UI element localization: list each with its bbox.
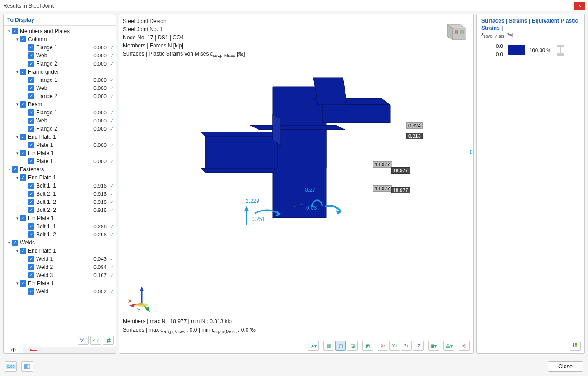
checkbox[interactable]: ✓ (28, 142, 34, 148)
checkbox[interactable]: ✓ (28, 77, 34, 83)
checkbox[interactable]: ✓ (12, 28, 18, 34)
close-button[interactable]: Close (548, 361, 583, 372)
checkbox[interactable]: ✓ (20, 248, 26, 254)
vt-view-x-button[interactable]: X↕ (378, 341, 388, 351)
bottom-icon-1[interactable]: 0.00 (5, 361, 17, 372)
vt-print-dropdown[interactable]: 🖶▾ (443, 341, 454, 351)
checkbox[interactable]: ✓ (28, 44, 34, 51)
tree-row[interactable]: ▸✓Plate 10.000✓ (5, 141, 115, 149)
checkbox[interactable]: ✓ (20, 215, 26, 221)
checkbox[interactable]: ✓ (20, 36, 26, 42)
tree-row[interactable]: ▸✓Flange 20.000✓ (5, 60, 115, 68)
caret-icon[interactable]: ▾ (6, 167, 12, 172)
vt-iso-button[interactable]: ◩ (362, 341, 373, 351)
checkbox[interactable]: ✓ (28, 207, 34, 213)
checkbox[interactable]: ✓ (28, 85, 34, 91)
tree-row[interactable]: ▸✓Flange 10.000✓ (5, 108, 115, 117)
vt-view2-button[interactable]: ◪ (347, 341, 358, 351)
checkbox[interactable]: ✓ (28, 199, 34, 205)
tree-row[interactable]: ▾✓End Plate 1 (5, 247, 115, 255)
checkbox[interactable]: ✓ (20, 134, 26, 140)
checkbox[interactable]: ✓ (28, 126, 34, 132)
checkbox[interactable]: ✓ (28, 231, 34, 238)
tree-row[interactable]: ▸✓Plate 10.000✓ (5, 157, 115, 165)
tree-row[interactable]: ▸✓Flange 20.000✓ (5, 92, 115, 100)
tree-row[interactable]: ▾✓Welds (5, 239, 115, 247)
tree-row[interactable]: ▸✓Flange 10.000✓ (5, 76, 115, 84)
tree-row[interactable]: ▾✓End Plate 1 (5, 133, 115, 141)
tree-row[interactable]: ▸✓Bolt 1, 20.916✓ (5, 198, 115, 206)
tree-row[interactable]: ▸✓Bolt 1, 20.296✓ (5, 230, 115, 239)
caret-icon[interactable]: ▾ (14, 175, 20, 180)
checkbox[interactable]: ✓ (28, 288, 34, 295)
caret-icon[interactable]: ▾ (14, 281, 20, 286)
tree-row[interactable]: ▾✓Members and Plates (5, 27, 115, 35)
orientation-cube[interactable] (442, 20, 467, 41)
checkbox[interactable]: ✓ (12, 240, 18, 246)
checkbox[interactable]: ✓ (28, 118, 34, 124)
tree-row[interactable]: ▾✓Column (5, 35, 115, 43)
vt-cube-dropdown[interactable]: ▣▾ (428, 341, 439, 351)
tree-row[interactable]: ▾✓Fin Plate 1 (5, 279, 115, 287)
tree-uncheck-all-button[interactable]: ⇄ (103, 336, 114, 345)
caret-icon[interactable]: ▾ (14, 135, 20, 139)
tree-row[interactable]: ▾✓Beam (5, 100, 115, 108)
caret-icon[interactable]: ▾ (14, 70, 20, 74)
tree-row[interactable]: ▾✓Fasteners (5, 165, 115, 174)
tree-row[interactable]: ▸✓Web0.000✓ (5, 84, 115, 92)
checkbox[interactable]: ✓ (28, 158, 34, 164)
vt-view-z-button[interactable]: Z↕ (401, 341, 412, 351)
viewport-3d[interactable]: Steel Joint Design Steel Joint No. 1 Nod… (119, 14, 473, 353)
tree-row[interactable]: ▸✓Bolt 1, 10.916✓ (5, 182, 115, 190)
caret-icon[interactable]: ▾ (14, 37, 20, 42)
tree-row[interactable]: ▸✓Web0.000✓ (5, 117, 115, 125)
vt-view1-button[interactable]: ◫ (335, 341, 346, 351)
tree-row[interactable]: ▸✓Web0.000✓ (5, 52, 115, 60)
vt-grid-button[interactable]: ▦ (323, 341, 334, 351)
checkbox[interactable]: ✓ (28, 264, 34, 270)
tab-section[interactable] (23, 347, 43, 353)
checkbox[interactable]: ✓ (12, 166, 18, 173)
bottom-icon-2[interactable] (21, 361, 33, 372)
checkbox[interactable]: ✓ (28, 93, 34, 99)
checkbox[interactable]: ✓ (28, 191, 34, 197)
caret-icon[interactable]: ▾ (6, 29, 12, 33)
vt-arrow-dropdown[interactable]: ➤▾ (308, 341, 319, 351)
checkbox[interactable]: ✓ (20, 280, 26, 287)
tree-row[interactable]: ▾✓Fin Plate 1 (5, 214, 115, 222)
tree-row[interactable]: ▾✓Fin Plate 1 (5, 149, 115, 157)
vt-view-y-button[interactable]: Y↕ (389, 341, 400, 351)
vt-view-nz-button[interactable]: -Z (413, 341, 424, 351)
caret-icon[interactable]: ▾ (14, 216, 20, 221)
vt-reset-button[interactable]: ⟲ (459, 341, 470, 351)
results-tree[interactable]: ▾✓Members and Plates▾✓Column▸✓Flange 10.… (4, 26, 116, 334)
window-close-button[interactable]: ✕ (574, 2, 585, 10)
checkbox[interactable]: ✓ (28, 183, 34, 189)
tree-row[interactable]: ▸✓Weld 30.167✓ (5, 271, 115, 279)
checkbox[interactable]: ✓ (28, 61, 34, 67)
checkbox[interactable]: ✓ (20, 101, 26, 108)
checkbox[interactable]: ✓ (28, 109, 34, 116)
checkbox[interactable]: ✓ (20, 174, 26, 181)
tree-row[interactable]: ▸✓Weld 20.094✓ (5, 263, 115, 271)
tree-row[interactable]: ▸✓Bolt 1, 10.296✓ (5, 222, 115, 230)
checkbox[interactable]: ✓ (28, 256, 34, 262)
tree-row[interactable]: ▸✓Bolt 2, 20.916✓ (5, 206, 115, 214)
tree-row[interactable]: ▸✓Weld0.052✓ (5, 287, 115, 296)
caret-icon[interactable]: ▾ (6, 240, 12, 245)
tree-row[interactable]: ▸✓Weld 10.043✓ (5, 255, 115, 263)
caret-icon[interactable]: ▾ (14, 102, 20, 107)
caret-icon[interactable]: ▾ (14, 151, 20, 155)
tree-row[interactable]: ▸✓Bolt 2, 10.916✓ (5, 190, 115, 198)
checkbox[interactable]: ✓ (20, 69, 26, 75)
checkbox[interactable]: ✓ (28, 52, 34, 59)
tree-row[interactable]: ▾✓End Plate 1 (5, 174, 115, 182)
legend-settings-button[interactable] (570, 341, 581, 351)
checkbox[interactable]: ✓ (20, 150, 26, 156)
checkbox[interactable]: ✓ (28, 223, 34, 230)
tab-eye[interactable]: 👁 (4, 347, 23, 353)
tree-row[interactable]: ▾✓Frame girder (5, 68, 115, 76)
tree-row[interactable]: ▸✓Flange 20.000✓ (5, 125, 115, 133)
tree-check-all-button[interactable]: ✓✓ (90, 336, 101, 345)
tree-tool-1-button[interactable] (78, 336, 89, 345)
